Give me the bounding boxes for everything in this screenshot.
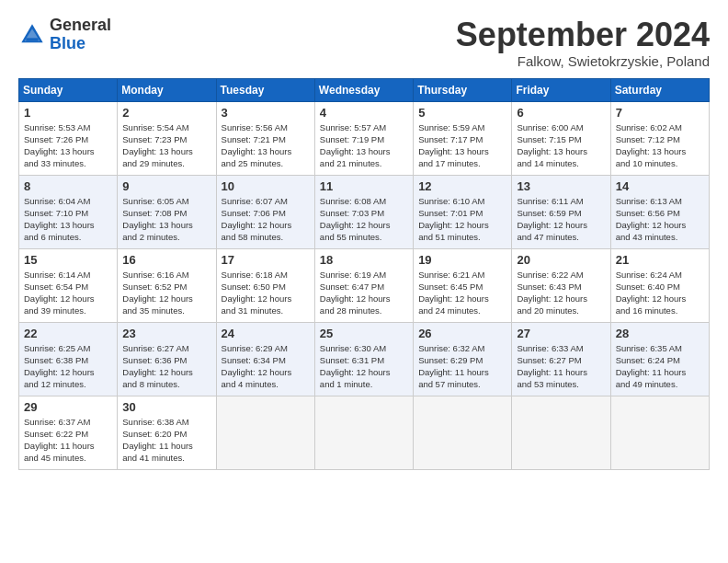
day-info: Sunrise: 6:24 AMSunset: 6:40 PMDaylight:… (616, 270, 687, 316)
calendar-cell: 22Sunrise: 6:25 AMSunset: 6:38 PMDayligh… (19, 322, 118, 396)
day-number: 19 (418, 253, 506, 267)
day-number: 2 (122, 106, 210, 120)
day-number: 16 (122, 253, 210, 267)
calendar-cell: 26Sunrise: 6:32 AMSunset: 6:29 PMDayligh… (414, 322, 512, 396)
calendar-cell: 10Sunrise: 6:07 AMSunset: 7:06 PMDayligh… (216, 175, 314, 248)
day-number: 17 (222, 253, 310, 267)
calendar-cell (314, 396, 413, 469)
logo-icon (18, 21, 46, 49)
calendar-cell: 18Sunrise: 6:19 AMSunset: 6:47 PMDayligh… (314, 248, 413, 322)
day-number: 20 (517, 253, 605, 267)
calendar-page: General Blue September 2024 Falkow, Swie… (0, 0, 728, 479)
day-info: Sunrise: 5:56 AMSunset: 7:21 PMDaylight:… (222, 122, 292, 169)
day-info: Sunrise: 6:21 AMSunset: 6:45 PMDaylight:… (418, 270, 489, 316)
day-number: 10 (222, 179, 310, 193)
calendar-cell: 23Sunrise: 6:27 AMSunset: 6:36 PMDayligh… (118, 322, 216, 396)
calendar-cell: 12Sunrise: 6:10 AMSunset: 7:01 PMDayligh… (414, 175, 512, 248)
day-number: 22 (24, 327, 112, 340)
day-info: Sunrise: 6:02 AMSunset: 7:12 PMDaylight:… (616, 122, 687, 169)
day-info: Sunrise: 6:37 AMSunset: 6:22 PMDaylight:… (24, 417, 95, 464)
calendar-cell: 3Sunrise: 5:56 AMSunset: 7:21 PMDaylight… (216, 101, 314, 175)
day-info: Sunrise: 6:04 AMSunset: 7:10 PMDaylight:… (24, 196, 95, 243)
day-info: Sunrise: 5:54 AMSunset: 7:23 PMDaylight:… (122, 122, 193, 169)
calendar-week-row: 8Sunrise: 6:04 AMSunset: 7:10 PMDaylight… (19, 175, 710, 248)
day-info: Sunrise: 6:08 AMSunset: 7:03 PMDaylight:… (320, 196, 391, 243)
calendar-cell: 1Sunrise: 5:53 AMSunset: 7:26 PMDaylight… (19, 101, 118, 175)
day-number: 29 (24, 400, 112, 414)
day-info: Sunrise: 6:33 AMSunset: 6:27 PMDaylight:… (517, 343, 587, 390)
calendar-cell: 17Sunrise: 6:18 AMSunset: 6:50 PMDayligh… (216, 248, 314, 322)
calendar-cell: 30Sunrise: 6:38 AMSunset: 6:20 PMDayligh… (118, 396, 216, 469)
day-info: Sunrise: 6:18 AMSunset: 6:50 PMDaylight:… (222, 270, 292, 316)
calendar-week-row: 22Sunrise: 6:25 AMSunset: 6:38 PMDayligh… (19, 322, 710, 396)
day-number: 7 (616, 106, 704, 120)
weekday-header-wednesday: Wednesday (314, 78, 413, 101)
calendar-cell: 16Sunrise: 6:16 AMSunset: 6:52 PMDayligh… (118, 248, 216, 322)
day-number: 24 (222, 327, 310, 340)
calendar-cell: 20Sunrise: 6:22 AMSunset: 6:43 PMDayligh… (512, 248, 610, 322)
day-number: 27 (517, 327, 605, 340)
weekday-header-friday: Friday (512, 78, 610, 101)
day-number: 8 (24, 179, 112, 193)
day-number: 25 (320, 327, 408, 340)
weekday-header-saturday: Saturday (610, 78, 709, 101)
calendar-week-row: 15Sunrise: 6:14 AMSunset: 6:54 PMDayligh… (19, 248, 710, 322)
day-info: Sunrise: 5:57 AMSunset: 7:19 PMDaylight:… (320, 122, 391, 169)
weekday-header-tuesday: Tuesday (216, 78, 314, 101)
day-number: 13 (517, 179, 605, 193)
day-info: Sunrise: 6:16 AMSunset: 6:52 PMDaylight:… (122, 270, 193, 316)
weekday-header-monday: Monday (118, 78, 216, 101)
day-info: Sunrise: 6:38 AMSunset: 6:20 PMDaylight:… (122, 417, 193, 464)
calendar-cell: 15Sunrise: 6:14 AMSunset: 6:54 PMDayligh… (19, 248, 118, 322)
weekday-header-row: SundayMondayTuesdayWednesdayThursdayFrid… (19, 78, 710, 101)
day-number: 9 (122, 179, 210, 193)
calendar-cell: 13Sunrise: 6:11 AMSunset: 6:59 PMDayligh… (512, 175, 610, 248)
day-number: 6 (517, 106, 605, 120)
day-number: 26 (418, 327, 506, 340)
day-info: Sunrise: 6:11 AMSunset: 6:59 PMDaylight:… (517, 196, 587, 243)
weekday-header-sunday: Sunday (19, 78, 118, 101)
day-info: Sunrise: 6:13 AMSunset: 6:56 PMDaylight:… (616, 196, 687, 243)
calendar-cell: 19Sunrise: 6:21 AMSunset: 6:45 PMDayligh… (414, 248, 512, 322)
day-info: Sunrise: 6:27 AMSunset: 6:36 PMDaylight:… (122, 343, 193, 390)
calendar-week-row: 1Sunrise: 5:53 AMSunset: 7:26 PMDaylight… (19, 101, 710, 175)
day-number: 3 (222, 106, 310, 120)
location: Falkow, Swietokrzyskie, Poland (456, 53, 710, 69)
day-info: Sunrise: 6:00 AMSunset: 7:15 PMDaylight:… (517, 122, 587, 169)
day-number: 4 (320, 106, 408, 120)
day-number: 18 (320, 253, 408, 267)
calendar-cell: 6Sunrise: 6:00 AMSunset: 7:15 PMDaylight… (512, 101, 610, 175)
day-info: Sunrise: 6:19 AMSunset: 6:47 PMDaylight:… (320, 270, 391, 316)
calendar-cell (216, 396, 314, 469)
day-info: Sunrise: 6:07 AMSunset: 7:06 PMDaylight:… (222, 196, 292, 243)
calendar-cell: 5Sunrise: 5:59 AMSunset: 7:17 PMDaylight… (414, 101, 512, 175)
svg-rect-2 (26, 38, 38, 40)
calendar-cell: 2Sunrise: 5:54 AMSunset: 7:23 PMDaylight… (118, 101, 216, 175)
calendar-cell (610, 396, 709, 469)
calendar-table: SundayMondayTuesdayWednesdayThursdayFrid… (18, 78, 710, 470)
calendar-cell: 11Sunrise: 6:08 AMSunset: 7:03 PMDayligh… (314, 175, 413, 248)
calendar-cell: 21Sunrise: 6:24 AMSunset: 6:40 PMDayligh… (610, 248, 709, 322)
weekday-header-thursday: Thursday (414, 78, 512, 101)
calendar-cell (512, 396, 610, 469)
day-info: Sunrise: 6:30 AMSunset: 6:31 PMDaylight:… (320, 343, 391, 390)
calendar-week-row: 29Sunrise: 6:37 AMSunset: 6:22 PMDayligh… (19, 396, 710, 469)
logo-blue: Blue (50, 34, 85, 52)
calendar-cell: 27Sunrise: 6:33 AMSunset: 6:27 PMDayligh… (512, 322, 610, 396)
day-number: 1 (24, 106, 112, 120)
day-number: 11 (320, 179, 408, 193)
header: General Blue September 2024 Falkow, Swie… (18, 17, 710, 69)
day-info: Sunrise: 6:22 AMSunset: 6:43 PMDaylight:… (517, 270, 587, 316)
day-info: Sunrise: 6:35 AMSunset: 6:24 PMDaylight:… (616, 343, 687, 390)
day-number: 30 (122, 400, 210, 414)
day-info: Sunrise: 5:53 AMSunset: 7:26 PMDaylight:… (24, 122, 95, 169)
day-number: 21 (616, 253, 704, 267)
logo-general: General (50, 16, 111, 34)
day-info: Sunrise: 6:25 AMSunset: 6:38 PMDaylight:… (24, 343, 95, 390)
day-number: 23 (122, 327, 210, 340)
day-info: Sunrise: 6:10 AMSunset: 7:01 PMDaylight:… (418, 196, 489, 243)
calendar-cell: 29Sunrise: 6:37 AMSunset: 6:22 PMDayligh… (19, 396, 118, 469)
logo-text: General Blue (50, 17, 111, 53)
calendar-cell: 7Sunrise: 6:02 AMSunset: 7:12 PMDaylight… (610, 101, 709, 175)
calendar-cell: 25Sunrise: 6:30 AMSunset: 6:31 PMDayligh… (314, 322, 413, 396)
